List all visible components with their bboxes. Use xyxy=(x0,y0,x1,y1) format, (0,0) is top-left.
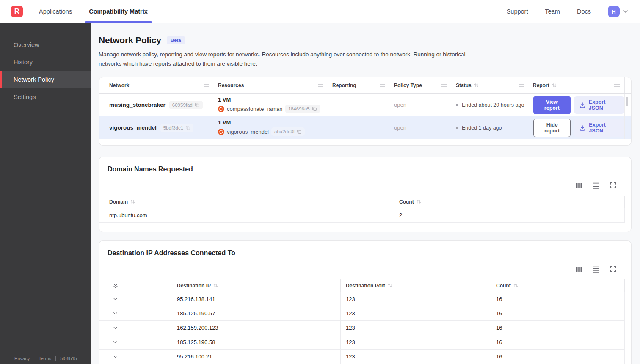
resize-handle-icon[interactable] xyxy=(317,84,324,87)
resize-handle-icon[interactable] xyxy=(379,84,386,87)
resource-id-badge: 184696a5 xyxy=(285,105,320,113)
chevron-down-icon[interactable] xyxy=(113,311,118,316)
view-report-button[interactable]: View report xyxy=(533,96,571,114)
count-cell: 2 xyxy=(394,208,625,223)
resize-handle-icon[interactable] xyxy=(203,84,210,87)
nav-link-docs[interactable]: Docs xyxy=(577,8,591,15)
count-cell: 16 xyxy=(491,306,625,321)
destination-row[interactable]: 95.216.100.21 123 16 xyxy=(99,350,631,364)
column-header-count[interactable]: Count xyxy=(394,196,625,208)
chevron-down-icon[interactable] xyxy=(113,325,118,331)
column-header-status[interactable]: Status xyxy=(452,77,529,93)
user-menu[interactable]: H xyxy=(608,6,629,17)
sort-icon[interactable] xyxy=(130,199,135,204)
sort-icon[interactable] xyxy=(513,283,519,288)
column-label: Destination Port xyxy=(346,283,385,289)
expand-all-header[interactable] xyxy=(99,279,170,292)
column-header-destination-ip[interactable]: Destination IP xyxy=(170,279,341,292)
copy-icon[interactable] xyxy=(185,125,190,130)
columns-icon[interactable] xyxy=(576,266,582,273)
status-text: Ended 1 day ago xyxy=(462,125,502,131)
sort-icon[interactable] xyxy=(387,283,393,288)
column-header-reporting[interactable]: Reporting xyxy=(328,77,390,93)
column-header-policy-type[interactable]: Policy Type xyxy=(390,77,452,93)
column-label: Destination IP xyxy=(177,283,211,289)
status-dot xyxy=(456,127,458,129)
network-name: vigorous_mendel xyxy=(109,124,157,131)
copy-icon[interactable] xyxy=(297,129,302,134)
domains-table-header: Domain Count xyxy=(99,189,631,208)
destination-row[interactable]: 185.125.190.57 123 16 xyxy=(99,306,631,321)
domains-card: Domain Names Requested Domain Count ntp.… xyxy=(99,157,632,232)
chevrons-down-icon[interactable] xyxy=(113,283,119,289)
sidebar-item-history[interactable]: History xyxy=(0,53,91,71)
fullscreen-icon[interactable] xyxy=(610,266,616,273)
sidebar-item-overview[interactable]: Overview xyxy=(0,36,91,53)
count-cell: 16 xyxy=(491,335,625,350)
sidebar-item-network-policy[interactable]: Network Policy xyxy=(0,71,91,88)
column-header-report[interactable]: Report xyxy=(529,77,625,93)
expander-cell xyxy=(99,350,170,364)
network-id-badge: 60959fad xyxy=(169,101,203,109)
sort-icon[interactable] xyxy=(474,83,479,88)
destination-row[interactable]: 95.216.138.141 123 16 xyxy=(99,292,631,306)
hide-report-button[interactable]: Hide report xyxy=(533,119,571,137)
column-header-count[interactable]: Count xyxy=(491,279,625,292)
destination-port-cell: 123 xyxy=(341,335,491,350)
sort-icon[interactable] xyxy=(213,283,218,288)
tab-compatibility-matrix[interactable]: Compatibility Matrix xyxy=(88,0,149,23)
copy-icon[interactable] xyxy=(312,106,317,111)
column-header-network[interactable]: Network xyxy=(99,77,214,93)
sort-icon[interactable] xyxy=(552,83,557,88)
network-cell: vigorous_mendel 5bdf3dc1 xyxy=(99,116,214,139)
footer-divider xyxy=(55,356,56,361)
network-row[interactable]: musing_stonebraker 60959fad 1 VM compass… xyxy=(99,94,631,116)
count-cell: 16 xyxy=(491,350,625,364)
resize-handle-icon[interactable] xyxy=(614,84,620,87)
status-cell: Ended about 20 hours ago xyxy=(452,94,529,116)
copy-icon[interactable] xyxy=(195,102,200,108)
columns-icon[interactable] xyxy=(576,182,582,189)
destination-ip-cell: 185.125.190.58 xyxy=(170,335,341,350)
chevron-down-icon[interactable] xyxy=(623,8,629,14)
export-json-button[interactable]: Export JSON xyxy=(574,96,624,114)
fullscreen-icon[interactable] xyxy=(610,182,616,189)
report-cell: Hide report Export JSON xyxy=(529,116,625,139)
main-content: Network Policy Beta Manage network polic… xyxy=(91,23,640,364)
destination-row[interactable]: 162.159.200.123 123 16 xyxy=(99,321,631,335)
avatar[interactable]: H xyxy=(608,6,620,17)
column-header-resources[interactable]: Resources xyxy=(214,77,328,93)
network-row[interactable]: vigorous_mendel 5bdf3dc1 1 VM vigorous_m… xyxy=(99,116,631,139)
destination-row[interactable]: 185.125.190.58 123 16 xyxy=(99,335,631,350)
chevron-down-icon[interactable] xyxy=(113,354,118,359)
chevron-down-icon[interactable] xyxy=(113,296,118,302)
sidebar-footer: Privacy Terms 5f56b15 xyxy=(0,356,91,361)
expander-cell xyxy=(99,335,170,350)
export-json-button[interactable]: Export JSON xyxy=(574,119,624,137)
privacy-link[interactable]: Privacy xyxy=(14,356,30,361)
nav-link-support[interactable]: Support xyxy=(507,8,528,15)
table-scrollbar[interactable] xyxy=(626,97,628,106)
network-id: 60959fad xyxy=(172,102,193,108)
rows-icon[interactable] xyxy=(593,266,600,273)
nav-link-team[interactable]: Team xyxy=(545,8,560,15)
domain-row[interactable]: ntp.ubuntu.com 2 xyxy=(99,208,631,223)
chevron-down-icon[interactable] xyxy=(113,339,118,345)
expander-cell xyxy=(99,321,170,335)
column-header-domain[interactable]: Domain xyxy=(99,196,394,208)
download-icon xyxy=(579,125,585,131)
destination-port-cell: 123 xyxy=(341,321,491,335)
sort-icon[interactable] xyxy=(416,199,422,204)
destinations-toolbar xyxy=(99,266,631,273)
resize-handle-icon[interactable] xyxy=(518,84,524,87)
resize-handle-icon[interactable] xyxy=(441,84,447,87)
column-label: Network xyxy=(109,83,129,88)
sidebar-item-settings[interactable]: Settings xyxy=(0,88,91,105)
app-logo[interactable]: R xyxy=(11,6,23,17)
tab-applications[interactable]: Applications xyxy=(38,0,73,23)
column-header-destination-port[interactable]: Destination Port xyxy=(341,279,491,292)
rows-icon[interactable] xyxy=(593,182,600,189)
column-label: Status xyxy=(456,83,472,88)
domain-cell: ntp.ubuntu.com xyxy=(99,208,394,223)
terms-link[interactable]: Terms xyxy=(39,356,51,361)
